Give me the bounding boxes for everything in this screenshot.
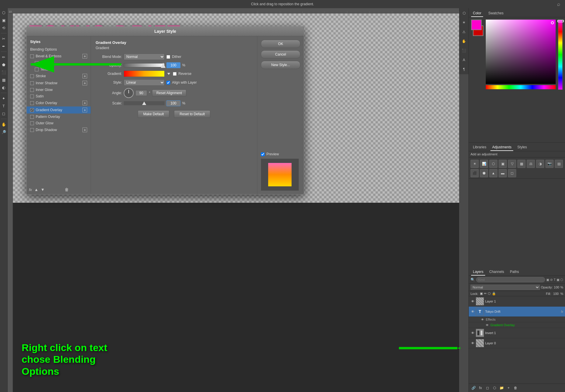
mini-btn-6[interactable]: A [460, 56, 468, 64]
color-spectrum[interactable] [486, 85, 556, 89]
delete-style-icon[interactable]: 🗑 [65, 187, 69, 192]
toolbar-eyedropper[interactable]: ✒ [1, 43, 7, 49]
toolbar-pen[interactable]: ✦ [1, 95, 7, 102]
add-btn-color-overlay[interactable]: + [82, 101, 87, 105]
lock-icon-3[interactable]: ⬡ [488, 292, 491, 295]
layers-blend-mode[interactable]: Normal Multiply Screen [471, 285, 540, 290]
move-up-icon[interactable]: ▲ [34, 187, 38, 192]
mini-btn-4[interactable]: ✋ [460, 37, 468, 45]
tab-libraries[interactable]: Libraries [471, 144, 488, 151]
checkbox-outer-glow[interactable] [30, 121, 34, 125]
angle-dial[interactable] [124, 88, 134, 98]
adj-levels[interactable]: 📊 [480, 160, 488, 168]
reset-alignment-btn[interactable]: Reset Alignment [152, 90, 186, 97]
adj-photo-filter[interactable]: 📷 [545, 160, 554, 168]
style-item-pattern-overlay[interactable]: Pattern Overlay [27, 114, 91, 120]
style-item-blending-options[interactable]: Blending Options [27, 46, 91, 53]
toolbar-crop[interactable]: ✂ [1, 35, 7, 42]
toolbar-text[interactable]: T [1, 103, 7, 109]
tab-adjustments[interactable]: Adjustments [490, 144, 513, 151]
add-btn-gradient-overlay[interactable]: + [82, 108, 87, 112]
checkbox-pattern-overlay[interactable] [30, 115, 34, 119]
style-item-color-overlay[interactable]: Color Overlay + [27, 99, 91, 106]
layers-btn-adjustment[interactable]: ⬡ [492, 385, 497, 391]
scale-value-input[interactable]: 100 [166, 100, 180, 106]
new-style-btn[interactable]: New Style... [261, 61, 300, 69]
add-btn-inner-shadow[interactable]: + [82, 81, 87, 85]
toolbar-eraser[interactable]: ⬛ [1, 69, 7, 75]
toolbar-brush[interactable]: ✏ [1, 54, 7, 60]
checkbox-satin[interactable] [30, 94, 34, 98]
adj-exposure[interactable]: ▣ [499, 160, 507, 168]
checkbox-texture[interactable] [35, 68, 39, 71]
adj-invert[interactable]: ⬛ [471, 169, 479, 177]
toolbar-shape[interactable]: ◻ [1, 110, 7, 117]
color-right-strip[interactable] [558, 20, 563, 90]
blend-mode-select[interactable]: Normal Multiply Screen Overlay [124, 54, 165, 60]
checkbox-inner-glow[interactable] [30, 88, 34, 92]
color-fg-swatch[interactable] [471, 20, 482, 30]
lock-icon-2[interactable]: ✏ [484, 292, 487, 295]
style-item-texture[interactable]: Texture [27, 66, 91, 73]
layer-eye-layer0[interactable]: 👁 [471, 341, 475, 345]
style-item-outer-glow[interactable]: Outer Glow [27, 120, 91, 126]
move-down-icon[interactable]: ▼ [41, 187, 45, 192]
filter-icon-2[interactable]: ⊘ [550, 278, 553, 282]
tab-styles[interactable]: Styles [516, 144, 529, 151]
dither-checkbox[interactable] [166, 55, 170, 59]
mini-btn-2[interactable]: ☀ [460, 19, 468, 26]
gradient-preview-swatch[interactable] [124, 71, 165, 77]
toolbar-select-rect[interactable]: ▣ [1, 17, 7, 23]
layers-kind-filter[interactable] [476, 277, 545, 282]
adj-gradient-map[interactable]: ▬ [499, 169, 507, 177]
tab-channels[interactable]: Channels [488, 269, 506, 276]
toolbar-gradient[interactable]: ▦ [1, 77, 7, 83]
style-item-bevel-emboss[interactable]: Bevel & Emboss + [27, 53, 91, 60]
cancel-btn[interactable]: Cancel [261, 50, 300, 59]
adj-selective-color[interactable]: ◻ [508, 169, 516, 177]
layer-item-tokyo-drift[interactable]: 👁 T Tokyo Drift fx [469, 307, 565, 317]
make-default-btn[interactable]: Make Default [138, 110, 170, 118]
style-item-satin[interactable]: Satin [27, 93, 91, 99]
toolbar-burn[interactable]: ◐ [1, 84, 7, 91]
layer-item-invert1[interactable]: 👁 Invert 1 [469, 328, 565, 338]
style-select[interactable]: Linear Radial Angle Reflected Diamond [124, 79, 165, 86]
layers-btn-group[interactable]: 📁 [499, 385, 504, 391]
angle-value-input[interactable]: 90 [135, 90, 147, 96]
add-btn-stroke[interactable]: + [82, 74, 87, 78]
layers-btn-mask[interactable]: ◻ [485, 385, 490, 391]
layer-item-layer1[interactable]: 👁 Layer 1 [469, 296, 565, 307]
toolbar-zoom[interactable]: 🔎 [1, 129, 7, 135]
adj-channel-mixer[interactable]: ▤ [555, 160, 563, 168]
adj-threshold[interactable]: ▲ [489, 169, 497, 177]
layer-eye-invert1[interactable]: 👁 [471, 331, 475, 335]
adj-brightness[interactable]: ☀ [471, 160, 479, 168]
adj-vibrance[interactable]: ▽ [508, 160, 516, 168]
layer-eye-layer1[interactable]: 👁 [471, 299, 475, 303]
tab-paths[interactable]: Paths [508, 269, 521, 276]
ok-btn[interactable]: OK [261, 40, 300, 48]
gradient-dropdown-arrow[interactable] [166, 73, 171, 75]
filter-icon-3[interactable]: T [554, 278, 556, 282]
fx-icon[interactable]: fx [29, 188, 32, 192]
tab-layers[interactable]: Layers [471, 269, 485, 276]
layer-item-layer0[interactable]: 👁 Layer 0 [469, 338, 565, 348]
style-item-inner-glow[interactable]: Inner Glow [27, 87, 91, 93]
checkbox-bevel[interactable] [30, 54, 34, 58]
adj-posterize[interactable]: ⬟ [480, 169, 488, 177]
style-item-contour[interactable]: Contour [27, 60, 91, 66]
adj-color-balance[interactable]: ⚖ [527, 160, 535, 168]
opacity-slider[interactable] [124, 63, 165, 67]
tab-color[interactable]: Color [471, 10, 483, 17]
filter-icon-5[interactable]: ⬡ [560, 278, 563, 282]
adj-hsl[interactable]: ▦ [517, 160, 526, 168]
adj-curves[interactable]: ⬡ [489, 160, 497, 168]
toolbar-lasso[interactable]: ⟲ [1, 25, 7, 31]
style-item-stroke[interactable]: Stroke + [27, 73, 91, 80]
layers-btn-link[interactable]: 🔗 [471, 385, 476, 391]
search-icon[interactable]: ⌕ [557, 1, 560, 7]
lock-icon-1[interactable]: ▣ [480, 292, 483, 295]
opacity-value-input[interactable]: 100 [166, 62, 180, 68]
mini-btn-3[interactable]: ⚠ [460, 28, 468, 36]
checkbox-stroke[interactable] [30, 74, 34, 78]
